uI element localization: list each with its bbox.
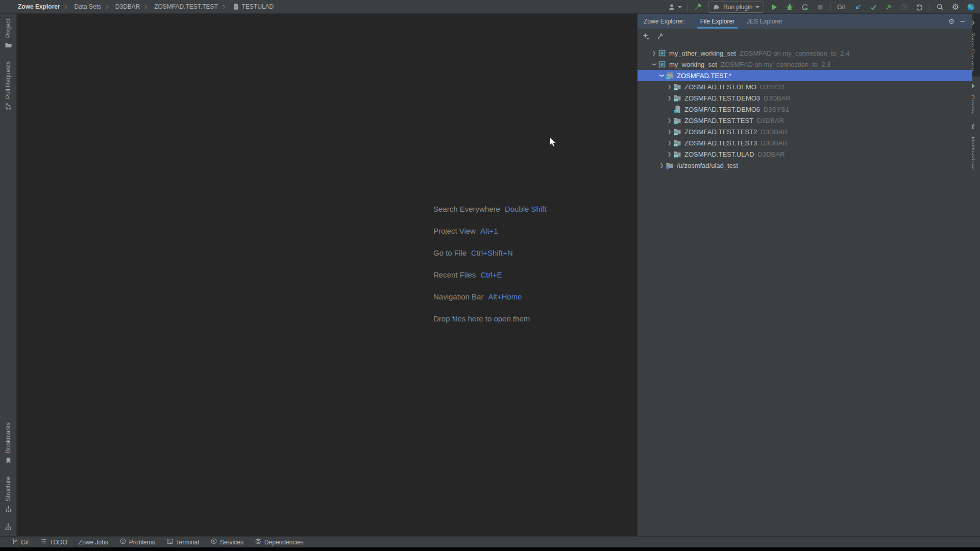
drop-files-hint: Drop files here to open them — [433, 308, 547, 330]
ide-window: Zowe Explorer Data Sets D3DBAR ZOSMFAD.T… — [0, 0, 980, 551]
status-bar-tool-button[interactable]: Dependencies — [255, 538, 304, 546]
tool-window-icon — [5, 103, 12, 112]
status-bar-tool-button[interactable]: Services — [210, 538, 243, 546]
tree-node-suffix: ZOSMFAD on my_connection_to_2.4 — [740, 49, 849, 57]
tree-row[interactable]: *DS ZOSMFAD.TEST.* — [638, 70, 972, 81]
tool-window-button[interactable]: Bookmarks — [0, 417, 16, 471]
panel-tab-label: File Explorer — [700, 18, 734, 25]
breadcrumb-item[interactable]: D3DBAR — [101, 3, 140, 10]
bottom-black-strip — [0, 547, 980, 551]
svg-text:*: * — [672, 71, 674, 75]
breadcrumb-item[interactable]: TESTULAD — [218, 3, 274, 10]
tree-node-icon — [658, 49, 667, 57]
tree-node-suffix: ZOSMFAD on my_connection_to_2.3 — [721, 61, 830, 68]
svg-text:DS: DS — [674, 121, 678, 124]
shortcut-keys: Double Shift — [505, 205, 547, 213]
tree-node-label: ZOSMFAD.TEST.DEMO — [684, 83, 756, 91]
shortcut-hint-row: Navigation Bar Alt+Home — [433, 286, 547, 308]
breadcrumb: Zowe Explorer Data Sets D3DBAR ZOSMFAD.T… — [18, 3, 274, 10]
tree-row[interactable]: DS ZOSMFAD.TEST.TEST D3DBAR — [638, 115, 972, 126]
run-configuration-select[interactable]: Run plugin — [708, 2, 764, 13]
tool-window-button[interactable]: Project — [0, 14, 16, 56]
tree-row[interactable]: DS ZOSMFAD.TEST.TEST2 D3DBAR — [638, 126, 972, 137]
settings-wrench-button[interactable] — [655, 31, 666, 42]
status-bar-tool-button[interactable]: Problems — [119, 538, 155, 546]
tree-expand-chevron-icon[interactable] — [666, 140, 673, 145]
git-update-button[interactable] — [853, 2, 863, 12]
breadcrumb-item[interactable]: ZOSMFAD.TEST.TEST — [140, 3, 217, 10]
build-hammer-button[interactable] — [693, 2, 703, 12]
tree-expand-chevron-icon[interactable] — [658, 163, 666, 168]
tree-expand-chevron-icon[interactable] — [666, 84, 673, 89]
shortcut-hint-row: Recent Files Ctrl+E — [433, 264, 547, 286]
tree-node-label: my_working_set — [669, 61, 717, 68]
git-commit-button[interactable] — [868, 2, 878, 12]
tree-row[interactable]: DS ZOSMFAD.TEST.ULAD D3DBAR — [638, 148, 972, 160]
breadcrumb-file-icon — [232, 3, 239, 10]
git-rollback-button[interactable] — [914, 2, 924, 12]
tree-node-icon: DS — [673, 105, 682, 113]
svg-text:DS: DS — [674, 87, 678, 90]
tree-row[interactable]: DS ZOSMFAD.TEST.DEMO3 D3DBAR — [638, 92, 972, 104]
tree-node-label: ZOSMFAD.TEST.ULAD — [684, 151, 754, 158]
panel-settings-gear-button[interactable]: ⚙ — [946, 16, 957, 27]
status-bar-tool-button[interactable]: Terminal — [166, 538, 199, 546]
tree-node-suffix: D3SYS1 — [764, 106, 789, 113]
git-history-button[interactable] — [899, 2, 909, 12]
status-bar-tool-button[interactable]: TODO — [40, 538, 67, 546]
tree-expand-chevron-icon[interactable] — [666, 129, 673, 134]
tree-node-label: ZOSMFAD.TEST.DEMO6 — [684, 106, 760, 113]
tree-row[interactable]: DS ZOSMFAD.TEST.DEMO D3SYS1 — [638, 81, 972, 92]
status-bar-tool-button[interactable]: Zowe Jobs — [79, 539, 108, 546]
status-bar-label: Zowe Jobs — [79, 539, 108, 546]
breadcrumb-item[interactable]: Zowe Explorer — [18, 3, 60, 10]
panel-title: Zowe Explorer: — [644, 18, 685, 25]
tree-expand-chevron-icon[interactable] — [666, 152, 673, 157]
tool-window-label: Bookmarks — [5, 422, 12, 453]
git-push-button[interactable] — [884, 2, 894, 12]
tree-expand-chevron-icon[interactable] — [650, 51, 658, 56]
tree-expand-chevron-icon[interactable] — [650, 62, 658, 67]
tree-row[interactable]: DS ZOSMFAD.TEST.DEMO6 D3SYS1 — [638, 104, 972, 115]
tree-node-label: ZOSMFAD.TEST.TEST2 — [684, 128, 757, 136]
empty-editor-hints: Search Everywhere Double Shift Project V… — [433, 198, 547, 330]
panel-minimize-button[interactable] — [957, 16, 968, 27]
status-bar-tool-button[interactable]: Git — [11, 538, 29, 546]
shortcut-action-label: Recent Files — [433, 270, 476, 279]
tree-node-label: ZOSMFAD.TEST.DEMO3 — [684, 94, 760, 102]
ide-sphere-icon[interactable] — [966, 2, 976, 12]
tree-node-label: ZOSMFAD.TEST.* — [677, 72, 731, 80]
window-switcher-icon[interactable] — [4, 523, 12, 533]
stop-button[interactable] — [815, 2, 825, 12]
tool-window-button[interactable]: Structure — [0, 471, 16, 520]
tree-row[interactable]: DS ZOSMFAD.TEST.TEST3 D3DBAR — [638, 137, 972, 148]
svg-text:DS: DS — [674, 155, 678, 158]
tool-window-button[interactable]: Pull Requests — [0, 56, 16, 117]
panel-tab[interactable]: JES Explorer — [741, 14, 789, 29]
tree-expand-chevron-icon[interactable] — [658, 73, 666, 78]
tool-window-icon — [5, 505, 12, 515]
svg-text:DS: DS — [666, 76, 670, 79]
user-menu[interactable] — [667, 2, 682, 12]
search-everywhere-button[interactable] — [935, 2, 945, 12]
panel-tab[interactable]: File Explorer — [694, 14, 741, 29]
debug-button[interactable] — [785, 2, 795, 12]
run-button[interactable] — [769, 2, 779, 12]
tree-row[interactable]: my_other_working_set ZOSMFAD on my_conne… — [638, 47, 972, 59]
svg-text:DS: DS — [674, 132, 678, 135]
panel-toolbar — [638, 29, 972, 43]
tree-node-label: /u/zosmfad/ulad_test — [677, 162, 738, 169]
status-bar-icon — [166, 538, 174, 546]
tree-expand-chevron-icon[interactable] — [666, 95, 673, 101]
tree-expand-chevron-icon[interactable] — [666, 118, 673, 123]
profile-button[interactable] — [800, 2, 810, 12]
left-tool-stripe: Project Pull Requests Bookmarks Structur… — [0, 14, 17, 536]
add-working-set-button[interactable] — [641, 31, 652, 42]
breadcrumb-label: D3DBAR — [115, 3, 140, 10]
settings-gear-button[interactable]: ⚙ — [950, 2, 961, 12]
top-bar: Zowe Explorer Data Sets D3DBAR ZOSMFAD.T… — [0, 0, 980, 14]
tree-node-icon: DS — [673, 128, 682, 136]
tree-row[interactable]: my_working_set ZOSMFAD on my_connection_… — [638, 59, 972, 70]
tree-row[interactable]: /u/zosmfad/ulad_test — [638, 160, 972, 171]
breadcrumb-item[interactable]: Data Sets — [60, 3, 101, 10]
